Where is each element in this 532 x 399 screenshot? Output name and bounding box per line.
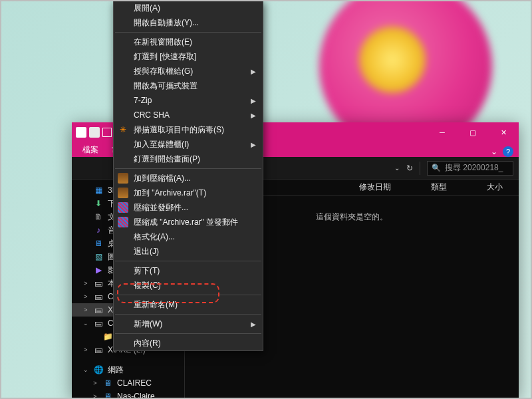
- tree-icon: 📁: [102, 331, 113, 342]
- ribbon-collapse-icon[interactable]: ⌄: [491, 147, 497, 156]
- tree-icon: ▧: [93, 251, 104, 262]
- col-size: 大小: [487, 182, 503, 193]
- tree-label: CLAIREC: [117, 378, 152, 388]
- menu-item[interactable]: 內容(R): [114, 336, 263, 350]
- winrar-mail-icon: [118, 202, 128, 213]
- menu-separator: [115, 314, 261, 315]
- search-placeholder: 搜尋 20200218_: [445, 162, 503, 174]
- menu-item[interactable]: 開啟為可攜式裝置: [114, 78, 263, 93]
- menu-separator: [115, 295, 261, 295]
- menu-item[interactable]: 在新視窗開啟(E): [114, 35, 263, 49]
- close-button[interactable]: ✕: [488, 122, 519, 142]
- tree-icon: 🖴: [93, 344, 104, 355]
- menu-item-label: 剪下(T): [134, 265, 160, 277]
- menu-item-label: 開啟為可攜式裝置: [134, 80, 198, 92]
- submenu-arrow-icon: ▶: [251, 321, 256, 328]
- minimize-button[interactable]: ─: [427, 122, 458, 142]
- menu-item-label: CRC SHA: [134, 110, 170, 120]
- menu-item[interactable]: 複製(C): [114, 278, 263, 293]
- menu-item-label: 釘選到 [快速存取]: [134, 51, 196, 63]
- avast-icon: ✳: [118, 124, 128, 135]
- menu-item-label: 開啟自動播放(Y)...: [134, 17, 199, 29]
- col-type: 類型: [431, 182, 447, 193]
- submenu-arrow-icon: ▶: [251, 97, 256, 104]
- menu-item-label: 7-Zip: [134, 96, 152, 105]
- tree-label: 網路: [108, 364, 124, 376]
- tree-icon: ▶: [93, 265, 104, 275]
- tree-icon: 🖥: [93, 238, 104, 249]
- tree-item[interactable]: >🖥CLAIREC: [72, 376, 184, 390]
- qa-icon[interactable]: [89, 127, 100, 138]
- menu-item-label: 格式化(A)...: [134, 231, 175, 243]
- tree-icon: ♪: [93, 225, 104, 235]
- submenu-arrow-icon: ▶: [251, 112, 256, 119]
- menu-item[interactable]: 7-Zip▶: [114, 93, 263, 108]
- maximize-button[interactable]: ▢: [458, 122, 488, 142]
- qa-checkbox[interactable]: [102, 128, 112, 137]
- menu-item[interactable]: 加到 "Archive.rar"(T): [114, 186, 263, 200]
- winrar-mail-icon: [118, 217, 128, 227]
- menu-separator: [115, 261, 261, 261]
- tree-icon: 🖴: [93, 278, 104, 289]
- refresh-icon[interactable]: ↻: [406, 164, 413, 173]
- menu-item-label: 加入至媒體櫃(I): [134, 139, 189, 150]
- tree-caret[interactable]: >: [92, 393, 98, 398]
- menu-item[interactable]: CRC SHA▶: [114, 108, 263, 122]
- folder-icon: [76, 127, 86, 138]
- menu-item[interactable]: 釘選到 [快速存取]: [114, 49, 263, 64]
- menu-item-label: 內容(R): [134, 338, 161, 349]
- quick-access-toolbar: ▾: [72, 122, 118, 142]
- menu-item-label: 加到壓縮檔(A)...: [134, 173, 191, 184]
- submenu-arrow-icon: ▶: [251, 68, 256, 75]
- tree-caret[interactable]: ⌄: [82, 320, 89, 327]
- menu-item-label: 重新命名(M): [134, 299, 178, 311]
- address-dropdown-icon[interactable]: ⌄: [394, 164, 400, 172]
- menu-separator: [115, 168, 261, 169]
- menu-item-label: 壓縮成 "Archive.rar" 並發郵件: [134, 217, 238, 228]
- menu-item-label: 退出(J): [134, 246, 159, 257]
- menu-item-label: 展開(A): [134, 3, 160, 14]
- tree-icon: 🖥: [102, 391, 113, 398]
- menu-item[interactable]: ✳掃描選取項目中的病毒(S): [114, 122, 263, 137]
- tree-caret[interactable]: >: [92, 380, 98, 386]
- submenu-arrow-icon: ▶: [251, 141, 256, 148]
- menu-item[interactable]: 剪下(T): [114, 263, 263, 278]
- tree-caret[interactable]: >: [82, 293, 89, 300]
- menu-item[interactable]: 新增(W)▶: [114, 317, 263, 331]
- menu-item[interactable]: 展開(A): [114, 1, 263, 15]
- col-date: 修改日期: [359, 182, 391, 193]
- menu-item-label: 新增(W): [134, 319, 162, 330]
- menu-item[interactable]: 格式化(A)...: [114, 229, 263, 244]
- menu-item[interactable]: 加到壓縮檔(A)...: [114, 171, 263, 186]
- tree-label: Nas-Claire: [117, 392, 155, 398]
- menu-separator: [115, 333, 261, 334]
- winrar-icon: [118, 173, 128, 184]
- search-input[interactable]: 🔍 搜尋 20200218_: [427, 161, 513, 176]
- tree-icon: 🗎: [93, 211, 104, 222]
- menu-item-label: 在新視窗開啟(E): [134, 37, 192, 48]
- tree-caret[interactable]: ⌄: [82, 366, 89, 373]
- menu-item[interactable]: 開啟自動播放(Y)...: [114, 15, 263, 30]
- menu-separator: [115, 32, 261, 33]
- menu-item[interactable]: 退出(J): [114, 244, 263, 259]
- tree-item[interactable]: >🖥Nas-Claire: [72, 390, 184, 398]
- menu-item-label: 加到 "Archive.rar"(T): [134, 188, 206, 199]
- ribbon-tab-file[interactable]: 檔案: [76, 143, 105, 157]
- menu-item[interactable]: 加入至媒體櫃(I)▶: [114, 137, 263, 152]
- tree-icon: 🖥: [102, 378, 113, 388]
- tree-caret[interactable]: >: [82, 280, 89, 287]
- tree-caret[interactable]: >: [82, 346, 89, 353]
- tree-icon: 🖴: [93, 291, 104, 302]
- help-icon[interactable]: ?: [503, 146, 513, 157]
- menu-item[interactable]: 壓縮並發郵件...: [114, 200, 263, 215]
- menu-item[interactable]: 重新命名(M): [114, 297, 263, 312]
- menu-item[interactable]: 釘選到開始畫面(P): [114, 152, 263, 166]
- menu-item-label: 壓縮並發郵件...: [134, 202, 188, 213]
- tree-caret[interactable]: >: [82, 307, 89, 313]
- menu-item-label: 授與存取權給(G): [134, 66, 193, 77]
- tree-icon: 🌐: [93, 364, 104, 375]
- menu-item[interactable]: 壓縮成 "Archive.rar" 並發郵件: [114, 215, 263, 229]
- menu-item-label: 掃描選取項目中的病毒(S): [134, 124, 224, 136]
- tree-item[interactable]: ⌄🌐網路: [72, 363, 184, 376]
- menu-item[interactable]: 授與存取權給(G)▶: [114, 64, 263, 78]
